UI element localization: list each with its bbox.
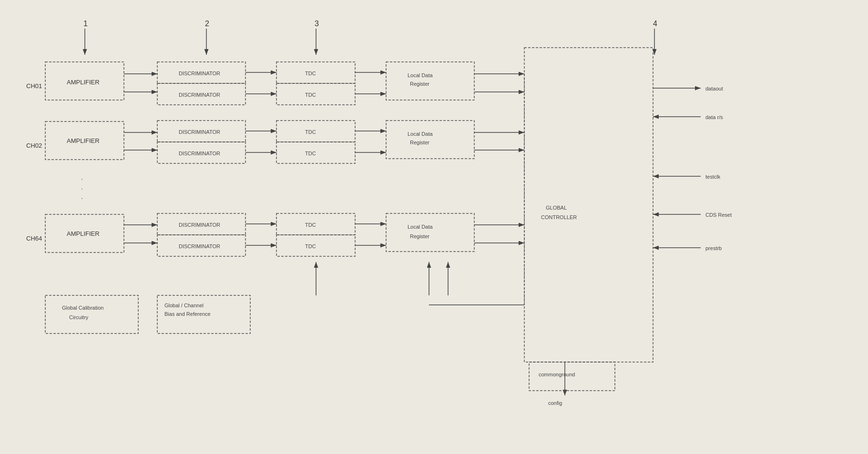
ch02-tdc-bot-text: TDC [305,151,316,156]
ch64-local-reg-text1: Local Data [408,224,433,230]
ellipsis3: · [81,194,83,202]
label-dataout: dataout [705,86,723,91]
global-controller-text2: CONTROLLER [541,214,577,220]
ch01-disc-bot-text: DISCRIMINATOR [179,92,220,98]
ch64-tdc-bot-text: TDC [305,243,316,249]
ch01-label: CH01 [26,82,42,90]
svg-rect-3 [0,0,868,454]
ch01-local-reg-text1: Local Data [408,72,433,78]
ellipsis2: · [81,185,83,192]
ch02-label: CH02 [26,142,42,149]
ch02-local-reg-text2: Register [410,140,429,145]
ch02-disc-top-text: DISCRIMINATOR [179,129,220,135]
diagram-container: 1 2 3 4 CH01 AMPLIFIER DISCRIMINATOR DIS… [0,0,868,454]
col-number-3: 3 [315,20,319,28]
global-channel-text1: Global / Channel [164,303,204,308]
label-datars: data r/s [705,114,723,120]
ch64-amplifier-text: AMPLIFIER [67,230,100,237]
global-cal-text2: Circuitry [69,314,89,320]
ch64-disc-top-text: DISCRIMINATOR [179,222,220,228]
ch02-amplifier-text: AMPLIFIER [67,137,100,144]
ch64-local-reg-text2: Register [410,233,429,239]
ch01-disc-top-text: DISCRIMINATOR [179,71,220,76]
col-number-4: 4 [653,20,657,28]
ch01-amplifier-text: AMPLIFIER [67,79,100,86]
col-number-2: 2 [205,20,209,28]
label-cds-reset: CDS Reset [705,212,732,218]
global-cal-text1: Global Calibration [62,305,103,311]
col-number-1: 1 [83,20,88,28]
ch02-disc-bot-text: DISCRIMINATOR [179,151,220,156]
ch64-tdc-top-text: TDC [305,222,316,228]
ch02-tdc-top-text: TDC [305,129,316,135]
global-channel-text2: Bias and Reference [164,311,211,317]
ch64-disc-bot-text: DISCRIMINATOR [179,243,220,249]
ch01-tdc-top-text: TDC [305,71,316,76]
label-testclk: testclk [705,174,721,180]
global-controller-text1: GLOBAL [546,205,567,211]
ellipsis: · [81,175,83,182]
label-prestrb: prestrb [705,245,722,251]
label-config: config [548,400,562,406]
ch01-local-reg-text2: Register [410,81,429,87]
bottom-box-text: commonground [539,372,575,377]
ch64-label: CH64 [26,235,42,242]
ch01-tdc-bot-text: TDC [305,92,316,98]
ch02-local-reg-text1: Local Data [408,131,433,137]
